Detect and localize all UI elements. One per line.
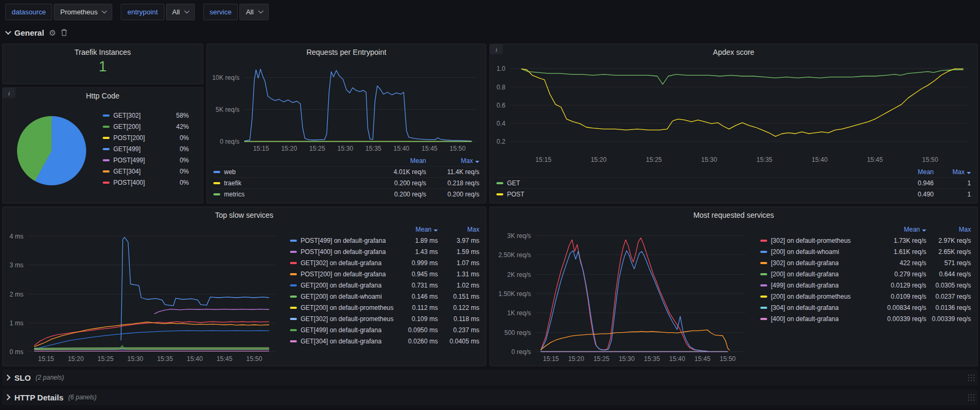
- legend-item[interactable]: GET[200] on default-prometheus0.112 ms0.…: [290, 302, 479, 313]
- chevron-right-icon[interactable]: [4, 374, 10, 380]
- legend-item[interactable]: GET[304]0%: [103, 166, 189, 177]
- legend-item[interactable]: metrics0.200 req/s0.200 req/s: [213, 188, 479, 200]
- var-service-select[interactable]: All: [239, 4, 268, 20]
- legend-item[interactable]: [200] on default-prometheus0.0109 req/s0…: [760, 291, 971, 302]
- series-line-302-prometheus: [541, 238, 707, 351]
- legend-item[interactable]: GET[302] on default-prometheus0.109 ms0.…: [290, 313, 479, 324]
- chevron-right-icon[interactable]: [4, 394, 10, 400]
- legend-value: 0.00834 req/s: [882, 304, 926, 311]
- y-tick-label: 3K req/s: [507, 232, 531, 240]
- legend-sort-mean[interactable]: Mean: [896, 168, 934, 176]
- gear-icon[interactable]: ⚙: [49, 29, 56, 37]
- legend-item[interactable]: GET[499]0%: [103, 144, 189, 155]
- legend-label: [499] on default-grafana: [771, 282, 838, 289]
- legend-item[interactable]: POST[400]0%: [103, 177, 189, 188]
- legend-value: 0.122 ms: [438, 304, 479, 311]
- panel-title[interactable]: Requests per Entrypoint: [207, 44, 486, 58]
- sort-caret-icon: [922, 229, 926, 232]
- legend-item[interactable]: GET[499] on default-grafana0.0950 ms0.23…: [290, 324, 479, 335]
- legend-value: 0.112 ms: [396, 304, 438, 311]
- sort-caret-icon: [475, 161, 479, 163]
- chart-canvas[interactable]: [28, 226, 275, 352]
- row-title-slo[interactable]: SLO: [14, 373, 31, 382]
- chevron-down-icon[interactable]: [5, 29, 11, 35]
- var-entrypoint-select[interactable]: All: [166, 4, 195, 20]
- legend-item[interactable]: [200] on default-whoami1.61K req/s2.65K …: [760, 246, 971, 257]
- y-tick-label: 0 req/s: [511, 348, 531, 356]
- legend-sort-mean[interactable]: Mean: [373, 157, 426, 165]
- row-title-general[interactable]: General: [14, 28, 44, 37]
- panel-body: 0 ms1 ms2 ms3 ms4 ms15:1515:2015:2515:30…: [3, 221, 486, 366]
- legend-item[interactable]: GET[200] on default-whoami0.146 ms0.151 …: [290, 291, 479, 302]
- y-tick-label: 500 req/s: [504, 329, 531, 337]
- legend-item[interactable]: [304] on default-grafana0.00834 req/s0.0…: [760, 302, 971, 313]
- legend-item[interactable]: POST[499] on default-grafana1.89 ms3.97 …: [290, 235, 479, 246]
- legend-item[interactable]: [302] on default-grafana422 req/s571 req…: [760, 257, 971, 268]
- timeseries-chart[interactable]: 0 req/s5K req/s10K req/s15:1515:2015:251…: [207, 58, 486, 155]
- legend-item[interactable]: GET0.9461: [496, 177, 971, 188]
- legend: MeanMaxPOST[499] on default-grafana1.89 …: [284, 221, 486, 366]
- row-http-details[interactable]: HTTP Details (6 panels): [2, 389, 978, 405]
- legend-item[interactable]: GET[302]58%: [103, 110, 189, 121]
- panel-traefik-instances: Traefik Instances 1: [2, 44, 203, 84]
- legend-sort-mean[interactable]: Mean: [396, 226, 438, 233]
- pie-chart[interactable]: [17, 116, 86, 185]
- legend-item[interactable]: POST0.4901: [496, 188, 971, 200]
- legend-item[interactable]: [302] on default-prometheus1.73K req/s2.…: [760, 235, 971, 246]
- legend-item[interactable]: GET[304] on default-grafana0.0260 ms0.04…: [290, 335, 479, 347]
- timeseries-chart[interactable]: 0 ms1 ms2 ms3 ms4 ms15:1515:2015:2515:30…: [3, 221, 284, 366]
- legend-sort-mean[interactable]: Mean: [882, 226, 926, 233]
- info-icon[interactable]: i: [3, 88, 15, 98]
- drag-handle[interactable]: [967, 374, 975, 382]
- legend-value: 0.118 ms: [438, 315, 479, 323]
- panel-title[interactable]: Http Code: [3, 88, 203, 102]
- legend-item[interactable]: [200] on default-grafana0.279 req/s0.644…: [760, 268, 971, 280]
- chart-canvas[interactable]: [536, 226, 745, 352]
- legend-value: 0.945 ms: [396, 270, 438, 278]
- legend-value: 1: [934, 191, 971, 198]
- legend-item[interactable]: POST[200]0%: [103, 133, 189, 144]
- legend-item[interactable]: GET[200]42%: [103, 121, 189, 133]
- trash-icon[interactable]: [61, 29, 68, 36]
- legend-value: 0.151 ms: [438, 293, 479, 300]
- legend-item[interactable]: POST[200] on default-grafana0.945 ms1.31…: [290, 268, 479, 280]
- legend-item[interactable]: web4.01K req/s11.4K req/s: [213, 166, 479, 177]
- legend-sort-max[interactable]: Max: [438, 226, 479, 233]
- legend-item[interactable]: POST[400] on default-grafana1.43 ms1.59 …: [290, 246, 479, 257]
- panel-title[interactable]: Top slow services: [3, 207, 486, 221]
- y-tick-label: 1K req/s: [507, 309, 531, 317]
- legend-item[interactable]: traefik0.200 req/s0.218 req/s: [213, 177, 479, 188]
- legend-value: 0%: [168, 168, 189, 175]
- x-tick-label: 15:40: [669, 355, 685, 363]
- legend-label: POST[400]: [113, 179, 145, 186]
- row-slo[interactable]: SLO (2 panels): [2, 370, 978, 386]
- chart-canvas[interactable]: [510, 63, 969, 153]
- var-entrypoint-label: entrypoint: [121, 4, 164, 20]
- legend-sort-max[interactable]: Max: [926, 226, 971, 233]
- var-datasource-select[interactable]: Prometheus: [54, 4, 112, 20]
- legend-sort-max[interactable]: Max: [934, 168, 971, 176]
- row-title-http-details[interactable]: HTTP Details: [14, 393, 63, 402]
- legend-item[interactable]: [499] on default-grafana0.0129 req/s0.03…: [760, 280, 971, 291]
- info-icon[interactable]: i: [490, 44, 503, 54]
- x-tick-label: 15:15: [543, 355, 559, 363]
- legend-item[interactable]: [400] on default-grafana0.00339 req/s0.0…: [760, 313, 971, 324]
- panel-title[interactable]: Most requested services: [490, 207, 977, 221]
- legend-item[interactable]: GET[302] on default-grafana0.999 ms1.07 …: [290, 257, 479, 268]
- legend-item[interactable]: POST[499]0%: [103, 155, 189, 166]
- panel-title[interactable]: Traefik Instances: [3, 44, 203, 58]
- legend-value: 571 req/s: [926, 259, 971, 267]
- var-datasource: datasource Prometheus: [5, 4, 112, 20]
- panel-title[interactable]: Apdex score: [490, 44, 977, 58]
- legend-item[interactable]: GET[200] on default-grafana0.731 ms1.02 …: [290, 280, 479, 291]
- series-color-swatch: [290, 318, 297, 320]
- timeseries-chart[interactable]: 0.20.40.60.81.015:1515:2015:2515:3015:35…: [490, 58, 977, 167]
- stat-value: 1: [3, 58, 203, 75]
- legend-label: GET: [507, 179, 520, 187]
- y-tick-label: 4 ms: [10, 233, 23, 240]
- legend: MeanMax[302] on default-prometheus1.73K …: [754, 221, 977, 366]
- timeseries-chart[interactable]: 0 req/s500 req/s1K req/s1.50K req/s2K re…: [490, 221, 754, 366]
- legend-sort-max[interactable]: Max: [426, 157, 479, 165]
- chart-canvas[interactable]: [244, 63, 477, 142]
- drag-handle[interactable]: [967, 393, 975, 401]
